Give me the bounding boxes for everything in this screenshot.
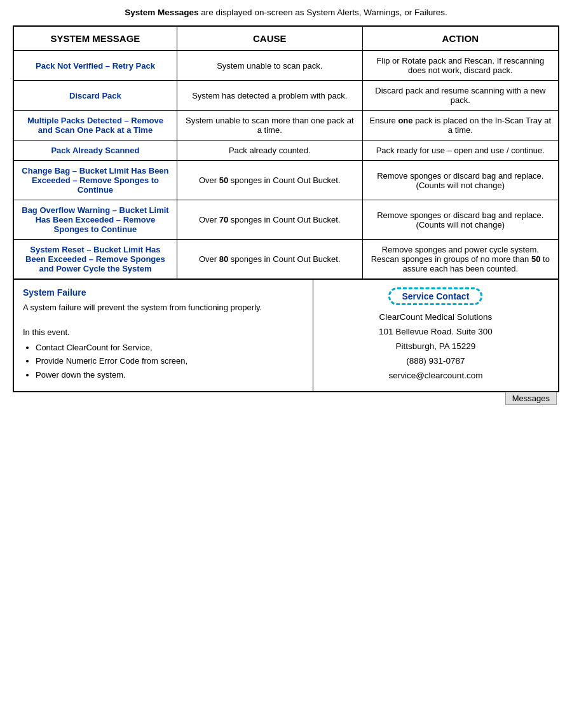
service-contact-badge: Service Contact <box>388 287 482 305</box>
row3-action: Ensure one pack is placed on the In-Scan… <box>362 111 559 141</box>
row4-action: Pack ready for use – open and use / cont… <box>362 141 559 161</box>
row7-cause: Over 80 sponges in Count Out Bucket. <box>177 240 362 280</box>
row3-message: Multiple Packs Detected – Remove and Sca… <box>13 111 177 141</box>
intro-text: System Messages are displayed on-screen … <box>13 6 559 19</box>
list-item: Power down the system. <box>36 369 304 381</box>
row6-cause-bold: 70 <box>219 215 228 224</box>
row3-cause: System unable to scan more than one pack… <box>177 111 362 141</box>
row2-action: Discard pack and resume scanning with a … <box>362 81 559 111</box>
row6-cause: Over 70 sponges in Count Out Bucket. <box>177 200 362 240</box>
contact-line2: 101 Bellevue Road. Suite 300 <box>379 325 493 340</box>
contact-line4: (888) 931-0787 <box>379 354 493 369</box>
list-item: Contact ClearCount for Service, <box>36 341 304 354</box>
failure-body: A system failure will prevent the system… <box>23 301 304 381</box>
header-action: ACTION <box>362 26 559 51</box>
footer-label: Messages <box>505 392 557 405</box>
row5-message: Change Bag – Bucket Limit Has Been Excee… <box>13 161 177 200</box>
row7-message: System Reset – Bucket Limit Has Been Exc… <box>13 240 177 280</box>
row6-message: Bag Overflow Warning – Bucket Limit Has … <box>13 200 177 240</box>
row5-cause-suffix: sponges in Count Out Bucket. <box>228 175 340 185</box>
contact-line3: Pittsburgh, PA 15229 <box>379 340 493 354</box>
failure-body1: A system failure will prevent the system… <box>23 301 304 314</box>
row6-cause-suffix: sponges in Count Out Bucket. <box>228 215 340 224</box>
table-row: Discard Pack System has detected a probl… <box>13 81 559 111</box>
contact-section: Service Contact ClearCount Medical Solut… <box>313 280 558 391</box>
contact-line5: service@clearcount.com <box>379 369 493 383</box>
failure-bullets: Contact ClearCount for Service, Provide … <box>36 341 304 381</box>
contact-info: ClearCount Medical Solutions 101 Bellevu… <box>379 310 493 383</box>
row7-action-prefix: Remove sponges and power cycle system. R… <box>371 245 539 264</box>
row4-message: Pack Already Scanned <box>13 141 177 161</box>
header-cause: CAUSE <box>177 26 362 51</box>
row6-action: Remove sponges or discard bag and replac… <box>362 200 559 240</box>
row1-message: Pack Not Verified – Retry Pack <box>13 51 177 81</box>
failure-title: System Failure <box>23 287 304 298</box>
row7-action: Remove sponges and power cycle system. R… <box>362 240 559 280</box>
intro-rest: are displayed on-screen as System Alerts… <box>199 8 447 17</box>
row7-cause-suffix: sponges in Count Out Bucket. <box>228 254 340 264</box>
table-row: Change Bag – Bucket Limit Has Been Excee… <box>13 161 559 200</box>
table-row: System Reset – Bucket Limit Has Been Exc… <box>13 240 559 280</box>
failure-body2: In this event. <box>23 326 304 339</box>
intro-bold: System Messages <box>125 8 198 17</box>
row2-cause: System has detected a problem with pack. <box>177 81 362 111</box>
system-messages-table: SYSTEM MESSAGE CAUSE ACTION Pack Not Ver… <box>13 25 559 280</box>
row5-action: Remove sponges or discard bag and replac… <box>362 161 559 200</box>
bottom-section: System Failure A system failure will pre… <box>13 280 559 392</box>
table-row: Multiple Packs Detected – Remove and Sca… <box>13 111 559 141</box>
contact-line1: ClearCount Medical Solutions <box>379 310 493 325</box>
row3-action-bold: one <box>398 116 412 125</box>
row7-action-bold: 50 <box>531 254 540 264</box>
row1-action: Flip or Rotate pack and Rescan. If resca… <box>362 51 559 81</box>
table-row: Pack Already Scanned Pack already counte… <box>13 141 559 161</box>
row1-cause: System unable to scan pack. <box>177 51 362 81</box>
row4-cause: Pack already counted. <box>177 141 362 161</box>
table-row: Pack Not Verified – Retry Pack System un… <box>13 51 559 81</box>
row5-cause: Over 50 sponges in Count Out Bucket. <box>177 161 362 200</box>
list-item: Provide Numeric Error Code from screen, <box>36 355 304 367</box>
header-message: SYSTEM MESSAGE <box>13 26 177 51</box>
row5-cause-bold: 50 <box>219 175 228 185</box>
table-row: Bag Overflow Warning – Bucket Limit Has … <box>13 200 559 240</box>
row2-message: Discard Pack <box>13 81 177 111</box>
failure-section: System Failure A system failure will pre… <box>14 280 313 391</box>
footer-tab: Messages <box>13 392 559 403</box>
row7-cause-bold: 80 <box>219 254 228 264</box>
